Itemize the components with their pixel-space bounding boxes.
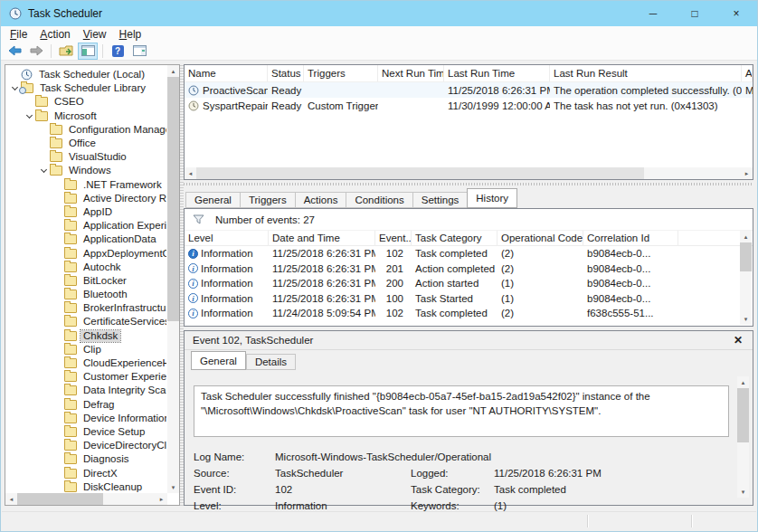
tab-triggers[interactable]: Triggers (241, 192, 296, 208)
scrollbar-thumb[interactable] (737, 388, 749, 442)
event-row[interactable]: Information 11/25/2018 6:26:31 PM 100 Ta… (185, 291, 753, 307)
column-header-author[interactable]: Au (742, 65, 753, 81)
tree-horizontal-scrollbar[interactable]: ◂ ▸ (5, 493, 167, 505)
show-action-pane-button[interactable] (129, 43, 149, 60)
tree-item-bitlocker[interactable]: BitLocker (6, 274, 166, 288)
tree-item-microsoft[interactable]: Microsoft (6, 109, 166, 123)
scroll-down-icon[interactable]: ▾ (167, 481, 179, 493)
column-header-operational-code[interactable]: Operational Code (497, 231, 583, 245)
tree-item-clip[interactable]: Clip (6, 343, 166, 356)
scroll-left-icon[interactable]: ◂ (185, 167, 196, 179)
help-button[interactable]: ? (108, 43, 128, 60)
tree-item-diagnosis[interactable]: Diagnosis (6, 452, 166, 466)
scroll-up-icon[interactable]: ▴ (737, 376, 749, 388)
tab-actions[interactable]: Actions (296, 192, 347, 208)
tree-item-autochk[interactable]: Autochk (6, 261, 166, 274)
close-button[interactable]: × (715, 1, 757, 26)
tab-general[interactable]: General (185, 192, 241, 208)
column-header-date-time[interactable]: Date and Time (269, 231, 375, 245)
menu-file[interactable]: File (4, 27, 33, 42)
scroll-right-icon[interactable]: ▸ (156, 493, 167, 505)
scrollbar-thumb[interactable] (17, 493, 103, 505)
column-header-next-run-time[interactable]: Next Run Time (378, 65, 444, 81)
keywords-value: (1) (494, 500, 729, 511)
tree-item-office[interactable]: Office (6, 137, 166, 150)
tree-item-windows[interactable]: Windows (6, 164, 166, 177)
tree-item-diskcleanup[interactable]: DiskCleanup (6, 480, 166, 492)
tree-item-active-directory[interactable]: Active Directory Righ (6, 192, 166, 205)
tree-item-appxdeploymentclient[interactable]: AppxDeploymentClie (6, 246, 166, 260)
tree-item-cseo[interactable]: CSEO (6, 95, 166, 109)
column-header-level[interactable]: Level (185, 231, 269, 245)
tree-item-customer-experience[interactable]: Customer Experience (6, 370, 166, 384)
menu-view[interactable]: View (77, 27, 113, 42)
event-row[interactable]: Information 11/25/2018 6:26:31 PM 201 Ac… (185, 261, 753, 277)
event-preview-scrollbar[interactable]: ▴ ▾ (737, 376, 749, 498)
event-row[interactable]: Information 11/24/2018 5:09:54 PM 102 Ta… (185, 306, 753, 321)
chevron-down-icon[interactable] (26, 112, 33, 119)
tree-item-device-information[interactable]: Device Information (6, 412, 166, 425)
column-header-triggers[interactable]: Triggers (304, 65, 378, 81)
scroll-left-icon[interactable]: ◂ (5, 493, 17, 505)
column-header-name[interactable]: Name (185, 65, 268, 81)
tree-item-appid[interactable]: AppID (6, 205, 166, 219)
tree-item-defrag[interactable]: Defrag (6, 398, 166, 412)
minimize-button[interactable]: ─ (632, 1, 674, 26)
tree-item-brokerinfrastructure[interactable]: BrokerInfrastructure (6, 301, 166, 315)
task-list-horizontal-scrollbar[interactable]: ◂ ▸ (185, 167, 753, 179)
scroll-up-icon[interactable]: ▴ (167, 65, 179, 77)
scrollbar-thumb[interactable] (196, 167, 644, 179)
tree-item-configuration-manager[interactable]: Configuration Manager (6, 123, 166, 137)
column-header-status[interactable]: Status (268, 65, 304, 81)
scroll-down-icon[interactable]: ▾ (737, 486, 749, 498)
export-list-button[interactable] (56, 43, 76, 60)
task-row-proactivescan[interactable]: ProactiveScan Ready 11/25/2018 6:26:31 P… (185, 82, 753, 98)
tree-item-task-scheduler-library[interactable]: Task Scheduler Library (6, 81, 166, 95)
horizontal-splitter[interactable] (184, 183, 753, 185)
forward-button[interactable] (26, 43, 46, 60)
tree-item-bluetooth[interactable]: Bluetooth (6, 288, 166, 301)
chevron-down-icon[interactable] (12, 84, 18, 90)
tab-conditions[interactable]: Conditions (346, 192, 412, 208)
tab-history[interactable]: History (467, 188, 517, 208)
scrollbar-thumb[interactable] (740, 242, 752, 271)
column-header-last-run-result[interactable]: Last Run Result (550, 65, 742, 81)
tab-event-general[interactable]: General (191, 351, 246, 370)
column-header-correlation-id[interactable]: Correlation Id (583, 231, 678, 245)
event-row[interactable]: Information 11/25/2018 6:26:31 PM 102 Ta… (185, 246, 753, 261)
tree-item-application-experience[interactable]: Application Experien (6, 219, 166, 233)
tree-item-devicedirectoryclient[interactable]: DeviceDirectoryClien (6, 439, 166, 452)
maximize-button[interactable]: □ (674, 1, 715, 26)
events-vertical-scrollbar[interactable]: ▴ ▾ (740, 231, 752, 325)
tree-item-chkdsk[interactable]: Chkdsk (6, 329, 166, 343)
tree-item-cloudexperiencehost[interactable]: CloudExperienceHos (6, 356, 166, 370)
tree-item-data-integrity-scan[interactable]: Data Integrity Scan (6, 384, 166, 397)
close-icon[interactable]: ✕ (732, 334, 744, 347)
tree-item-applicationdata[interactable]: ApplicationData (6, 233, 166, 246)
tree-item-visualstudio[interactable]: VisualStudio (6, 150, 166, 164)
column-header-task-category[interactable]: Task Category (412, 231, 497, 245)
scroll-up-icon[interactable]: ▴ (740, 231, 752, 242)
tree-item-task-scheduler-local[interactable]: Task Scheduler (Local) (6, 68, 166, 81)
column-header-last-run-time[interactable]: Last Run Time (444, 65, 550, 81)
scroll-down-icon[interactable]: ▾ (740, 313, 752, 325)
filter-funnel-icon[interactable] (193, 214, 204, 225)
scrollbar-thumb[interactable] (167, 77, 179, 321)
tree-item-certificateservicesclient[interactable]: CertificateServicesCli (6, 315, 166, 328)
log-name-value: Microsoft-Windows-TaskScheduler/Operatio… (275, 451, 729, 462)
chevron-down-icon[interactable] (41, 166, 47, 173)
tab-settings[interactable]: Settings (413, 192, 469, 208)
show-console-tree-button[interactable] (78, 43, 98, 60)
menu-help[interactable]: Help (113, 27, 148, 42)
tree-vertical-scrollbar[interactable]: ▴ ▾ (167, 65, 179, 493)
tab-event-details[interactable]: Details (246, 354, 296, 370)
tree-item-net-framework[interactable]: .NET Framework (6, 178, 166, 192)
tree-item-device-setup[interactable]: Device Setup (6, 425, 166, 439)
event-row[interactable]: Information 11/25/2018 6:26:31 PM 200 Ac… (185, 276, 753, 291)
tree-item-directx[interactable]: DirectX (6, 466, 166, 480)
back-button[interactable] (5, 43, 24, 60)
scroll-right-icon[interactable]: ▸ (741, 167, 753, 179)
task-row-syspartrepair[interactable]: SyspartRepair Ready Custom Trigger 11/30… (185, 98, 753, 113)
menu-action[interactable]: Action (33, 27, 76, 42)
column-header-event-id[interactable]: Event... (375, 231, 412, 245)
